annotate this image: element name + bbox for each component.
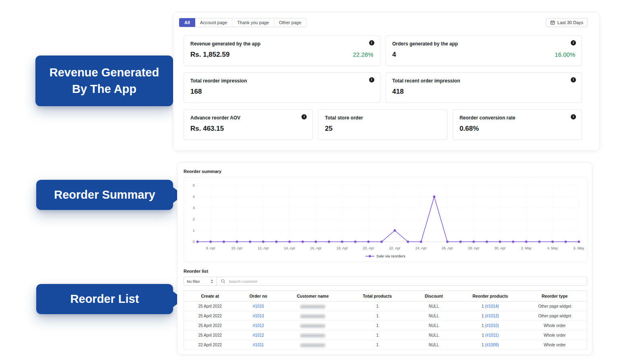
- cell-discount: NULL: [410, 331, 458, 340]
- page-tabs: All Account page Thank you page Other pa…: [179, 18, 306, 27]
- stat-value: 25: [325, 125, 332, 133]
- cell-discount: NULL: [410, 311, 458, 321]
- svg-text:22. Apr: 22. Apr: [389, 246, 400, 250]
- info-icon[interactable]: !: [369, 77, 374, 82]
- svg-text:28. Apr: 28. Apr: [468, 246, 479, 250]
- stats-row-1: Revenue generated by the app ! Rs. 1,852…: [184, 35, 582, 66]
- dashboard-page: Revenue Generated By The App Reorder Sum…: [0, 0, 644, 362]
- search-icon: [221, 279, 225, 284]
- svg-text:4: 4: [193, 195, 195, 199]
- cell-reorder-type: Whole order: [522, 331, 587, 340]
- col-reorder-type: Reorder type: [522, 291, 587, 302]
- col-order-no: Order no: [236, 291, 281, 302]
- date-range-button[interactable]: Last 30 Days: [546, 18, 588, 27]
- cell-reorder-qty: 1: [482, 323, 484, 328]
- reorder-list-title: Reorder list: [184, 269, 587, 274]
- info-icon[interactable]: !: [571, 114, 576, 119]
- table-row: 25 April 2022 #1013 1 NULL 1 (#1012) Oth…: [184, 311, 587, 321]
- svg-text:0: 0: [193, 240, 195, 244]
- legend-item-sale-via-reorders[interactable]: Sale via reorders: [186, 253, 585, 261]
- stat-label: Reorder conversion rate: [460, 115, 575, 121]
- select-updown-icon: [210, 279, 214, 284]
- svg-text:24. Apr: 24. Apr: [415, 246, 427, 250]
- svg-text:14. Apr: 14. Apr: [284, 246, 295, 250]
- info-icon[interactable]: !: [301, 114, 307, 119]
- legend-marker-icon: [365, 255, 374, 258]
- order-link[interactable]: #1013: [253, 314, 264, 318]
- reorder-product-link[interactable]: (#1010): [485, 323, 499, 328]
- col-total-products: Total products: [345, 291, 409, 302]
- stat-card-revenue: Revenue generated by the app ! Rs. 1,852…: [184, 35, 380, 66]
- cell-total-products: 1: [345, 302, 409, 311]
- stat-card-reorder-impression: Total reorder impression ! 168: [184, 72, 380, 103]
- reorder-list-filterbar: No filter: [184, 277, 587, 286]
- stat-card-reorder-conversion-rate: Reorder conversion rate ! 0.68%: [453, 109, 582, 140]
- cell-discount: NULL: [410, 321, 458, 331]
- table-row: 25 April 2022 #1012 1 NULL 1 (#1011) Who…: [184, 331, 587, 340]
- cell-create-at: 25 April 2022: [184, 331, 236, 340]
- tab-thank-you-page[interactable]: Thank you page: [232, 18, 274, 27]
- order-link[interactable]: #1012: [253, 333, 264, 337]
- reorder-summary-title: Reorder summary: [184, 169, 587, 174]
- cell-reorder-type: Whole order: [522, 321, 587, 331]
- tab-all[interactable]: All: [179, 18, 195, 27]
- info-icon[interactable]: !: [571, 40, 576, 45]
- search-customer-wrap: [217, 277, 587, 285]
- tab-bar: All Account page Thank you page Other pa…: [173, 12, 599, 27]
- stat-label: Revenue generated by the app: [190, 41, 374, 47]
- cell-create-at: 25 April 2022: [184, 302, 236, 311]
- stat-label: Orders generated by the app: [392, 41, 576, 47]
- svg-text:1: 1: [193, 228, 195, 232]
- cell-reorder-qty: 1: [482, 314, 484, 318]
- customer-name-blurred: [300, 315, 325, 318]
- filter-select[interactable]: No filter: [184, 277, 217, 285]
- cell-reorder-qty: 1: [482, 343, 484, 347]
- cell-reorder-type: Other page widget: [522, 311, 587, 321]
- info-icon[interactable]: !: [369, 40, 374, 45]
- cell-reorder-qty: 1: [482, 333, 484, 337]
- cell-reorder-type: Other page widget: [522, 302, 587, 311]
- reorder-table: Create at Order no Customer name Total p…: [184, 290, 587, 350]
- stats-row-2: Total reorder impression ! 168 Total rec…: [184, 72, 582, 103]
- tab-other-page[interactable]: Other page: [274, 18, 306, 27]
- reorder-product-link[interactable]: (#1014): [485, 304, 499, 309]
- cell-reorder-type: Whole order: [522, 340, 587, 350]
- cell-total-products: 1: [345, 331, 409, 340]
- filter-selected-label: No filter: [187, 279, 200, 284]
- calendar-icon: [550, 20, 555, 25]
- col-discount: Discount: [410, 291, 458, 302]
- search-customer-input[interactable]: [229, 279, 583, 284]
- svg-text:10. Apr: 10. Apr: [231, 246, 243, 250]
- reorder-panel: Reorder summary 0123458. Apr10. Apr12. A…: [177, 162, 592, 355]
- svg-text:20. Apr: 20. Apr: [363, 246, 374, 250]
- stat-delta: 22.28%: [353, 51, 374, 58]
- legend-label: Sale via reorders: [376, 254, 405, 258]
- info-icon[interactable]: !: [571, 77, 576, 82]
- svg-text:5: 5: [193, 183, 195, 187]
- reorder-product-link[interactable]: (#1009): [485, 343, 499, 347]
- col-customer-name: Customer name: [281, 291, 345, 302]
- order-link[interactable]: #1012: [253, 323, 264, 328]
- table-header-row: Create at Order no Customer name Total p…: [184, 291, 587, 302]
- svg-text:4. May: 4. May: [547, 246, 558, 250]
- stat-card-advance-reorder-aov: Advance reorder AOV ! Rs. 463.15: [184, 109, 313, 140]
- cell-discount: NULL: [410, 340, 458, 350]
- table-row: 25 April 2022 #1015 1 NULL 1 (#1014) Oth…: [184, 302, 587, 311]
- cell-total-products: 1: [345, 311, 409, 321]
- cell-create-at: 25 April 2022: [184, 311, 236, 321]
- reorder-product-link[interactable]: (#1011): [485, 333, 499, 337]
- stat-value: Rs. 463.15: [190, 125, 224, 133]
- svg-text:30. Apr: 30. Apr: [494, 246, 506, 250]
- cell-total-products: 1: [345, 321, 409, 331]
- cell-create-at: 25 April 2022: [184, 321, 236, 331]
- stat-card-total-store-order: Total store order 25: [318, 109, 447, 140]
- reorder-product-link[interactable]: (#1012): [485, 314, 499, 318]
- order-link[interactable]: #1015: [253, 304, 264, 309]
- cell-reorder-qty: 1: [482, 304, 484, 309]
- stat-delta: 16.00%: [555, 51, 575, 58]
- stats-grid: Revenue generated by the app ! Rs. 1,852…: [173, 27, 599, 140]
- order-link[interactable]: #1011: [253, 343, 264, 347]
- customer-name-blurred: [300, 324, 325, 328]
- callout-summary-label: Reorder Summary: [54, 187, 155, 203]
- tab-account-page[interactable]: Account page: [195, 18, 232, 27]
